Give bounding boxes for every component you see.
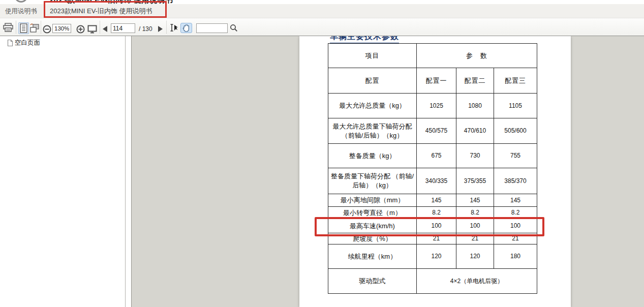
spec-row: 最小离地间隙（mm）145145145 xyxy=(328,194,537,207)
spec-value-cell: 145 xyxy=(494,194,537,207)
spec-value-cell: 100 xyxy=(456,219,494,233)
pdf-page: 车辆主要技术参数 项目参 数配置配置一配置二配置三最大允许总质量（kg）1025… xyxy=(299,36,571,307)
spec-value-cell: 675 xyxy=(417,144,456,168)
blank-page-icon xyxy=(7,39,13,47)
search-input[interactable] xyxy=(196,23,228,33)
spec-row: 驱动型式4×2（单电机后驱） xyxy=(328,269,537,294)
spec-value-cell: 450/575 xyxy=(417,118,456,144)
search-button[interactable] xyxy=(230,24,238,32)
top-cut-strip: 2023款MINI EV-旧内饰 使用说明书 xyxy=(0,0,644,4)
page-total-label: / 130 xyxy=(139,25,152,33)
text-select-icon xyxy=(169,23,179,32)
toolbar-separator xyxy=(41,21,41,34)
bookmark-item-blank-page[interactable]: 空白页面 xyxy=(7,39,40,47)
toolbar-separator xyxy=(100,21,100,34)
spec-value-cell: 1080 xyxy=(456,94,494,118)
zoom-in-icon xyxy=(76,25,85,34)
hand-tool-button[interactable] xyxy=(180,23,192,33)
spec-value-cell: 755 xyxy=(494,144,537,168)
panel-splitter[interactable] xyxy=(126,36,131,307)
prev-page-button[interactable] xyxy=(103,26,107,32)
spec-value-cell: 8.2 xyxy=(456,207,494,219)
spec-value-cell: 180 xyxy=(494,244,537,269)
spec-value-cell: 100 xyxy=(417,219,456,233)
zoom-in-button[interactable] xyxy=(76,25,85,34)
document-tab[interactable]: 2023款MINI EV-旧内饰 使用说明书 xyxy=(50,4,152,18)
spec-label-cell: 最大允许总质量下轴荷分配（前轴/后轴）（kg） xyxy=(328,118,417,144)
spec-config-3: 配置三 xyxy=(494,68,537,94)
spec-row: 项目参 数 xyxy=(328,44,537,68)
spec-row: 最大允许总质量下轴荷分配（前轴/后轴）（kg）450/575470/610505… xyxy=(328,118,537,144)
spec-row: 最小转弯直径（m）8.28.28.2 xyxy=(328,207,537,219)
facing-page-view-icon xyxy=(29,23,40,34)
spec-value-cell: 470/610 xyxy=(456,118,494,144)
spec-label-cell: 整备质量下轴荷分配 （前轴/后轴）（kg） xyxy=(328,168,417,194)
next-page-button[interactable] xyxy=(158,26,163,32)
spec-header-item: 项目 xyxy=(328,44,417,68)
spec-value-cell: 385/370 xyxy=(494,168,537,194)
toolbar: / 130 xyxy=(0,18,644,36)
spec-value-cell: 120 xyxy=(417,244,456,269)
spec-value-cell: 8.2 xyxy=(494,207,537,219)
spec-row: 爬坡度（%）212121 xyxy=(328,233,537,244)
single-page-view-button[interactable] xyxy=(18,22,29,34)
fit-screen-button[interactable] xyxy=(87,25,97,34)
document-section-title: 车辆主要技术参数 xyxy=(330,36,399,44)
spec-value-cell: 730 xyxy=(456,144,494,168)
spec-header-param: 参 数 xyxy=(417,44,537,68)
cut-off-page-heading: 2023款MINI EV-旧内饰 使用说明书 xyxy=(49,0,173,4)
spec-label-cell: 驱动型式 xyxy=(328,269,417,294)
text-select-tool-button[interactable] xyxy=(169,23,179,32)
spec-row: 配置配置一配置二配置三 xyxy=(328,68,537,94)
spec-value-cell: 1105 xyxy=(494,94,537,118)
spec-label-cell: 续航里程（km） xyxy=(328,244,417,269)
print-icon xyxy=(3,23,13,32)
prev-page-icon xyxy=(103,26,107,32)
spec-label-cell: 爬坡度（%） xyxy=(328,233,417,244)
spec-row: 整备质量下轴荷分配 （前轴/后轴）（kg）340/335375/355385/3… xyxy=(328,168,537,194)
breadcrumb[interactable]: 使用说明书 xyxy=(5,4,37,18)
spec-label-cell: 最大允许总质量（kg） xyxy=(328,94,417,118)
zoom-level-input[interactable] xyxy=(52,24,71,33)
zoom-out-button[interactable] xyxy=(43,25,51,34)
spec-table: 项目参 数配置配置一配置二配置三最大允许总质量（kg）102510801105最… xyxy=(328,43,537,294)
spec-config-1: 配置一 xyxy=(417,68,456,94)
spec-config-label: 配置 xyxy=(328,68,417,94)
spec-row: 最高车速(km/h)100100100 xyxy=(328,219,537,233)
spec-row: 整备质量（kg）675730755 xyxy=(328,144,537,168)
spec-label-cell: 最小离地间隙（mm） xyxy=(328,194,417,207)
page-number-input[interactable] xyxy=(111,23,135,33)
hand-tool-icon xyxy=(182,24,191,32)
document-canvas[interactable]: 车辆主要技术参数 项目参 数配置配置一配置二配置三最大允许总质量（kg）1025… xyxy=(131,36,644,307)
spec-label-cell: 最小转弯直径（m） xyxy=(328,207,417,219)
spec-value-cell: 8.2 xyxy=(417,207,456,219)
app-logo-icon xyxy=(14,0,28,3)
spec-label-cell: 最高车速(km/h) xyxy=(328,219,417,233)
bookmark-label: 空白页面 xyxy=(15,39,40,47)
breadcrumb-bar: 使用说明书 > 2023款MINI EV-旧内饰 使用说明书 xyxy=(0,4,644,18)
fit-screen-icon xyxy=(87,25,97,34)
spec-value-cell: 375/355 xyxy=(456,168,494,194)
spec-value-cell: 340/335 xyxy=(417,168,456,194)
spec-value-cell: 505/600 xyxy=(494,118,537,144)
spec-value-cell: 100 xyxy=(494,219,537,233)
spec-config-2: 配置二 xyxy=(456,68,494,94)
spec-value-cell: 145 xyxy=(417,194,456,207)
spec-value-cell: 1025 xyxy=(417,94,456,118)
single-page-view-icon xyxy=(19,23,28,34)
spec-value-cell: 21 xyxy=(456,233,494,244)
spec-value-cell: 145 xyxy=(456,194,494,207)
spec-value-cell: 21 xyxy=(417,233,456,244)
search-icon xyxy=(230,24,238,32)
spec-row: 最大允许总质量（kg）102510801105 xyxy=(328,94,537,118)
zoom-out-icon xyxy=(43,25,51,34)
toolbar-separator xyxy=(166,21,167,34)
pdf-viewer-window: 2023款MINI EV-旧内饰 使用说明书 使用说明书 > 2023款MINI… xyxy=(0,0,644,307)
facing-page-view-button[interactable] xyxy=(29,23,40,34)
print-button[interactable] xyxy=(3,23,13,32)
bookmarks-panel: 空白页面 xyxy=(0,36,126,307)
breadcrumb-separator-icon: > xyxy=(34,4,37,18)
toolbar-separator xyxy=(16,21,16,34)
spec-value-cell: 21 xyxy=(494,233,537,244)
next-page-icon xyxy=(158,26,163,32)
